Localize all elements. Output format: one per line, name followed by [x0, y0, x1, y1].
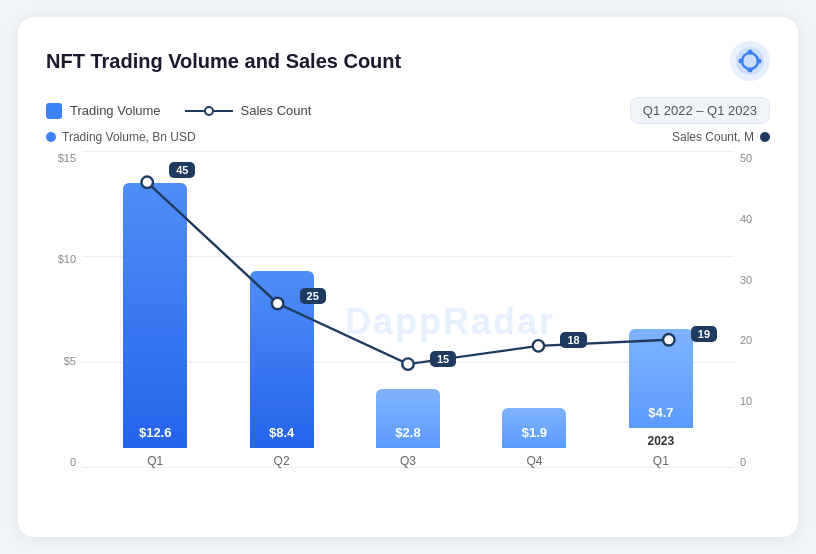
page-title: NFT Trading Volume and Sales Count [46, 50, 401, 73]
legend-trading-volume: Trading Volume [46, 103, 161, 119]
bar-q2-2022: $8.4 [250, 271, 314, 448]
bar-q1-2023: $4.7 [629, 329, 693, 428]
bars-container: $12.6 Q1 $8.4 Q2 $2.8 Q3 [82, 152, 734, 468]
svg-point-5 [739, 59, 744, 64]
y-axis-left: $15 $10 $5 0 [46, 152, 82, 492]
y-axis-left-label: Trading Volume, Bn USD [46, 130, 196, 144]
bar-q3-2022: $2.8 [376, 389, 440, 448]
y-axis-right: 50 40 30 20 10 0 [734, 152, 770, 492]
bar-group-q1-2023: $4.7 2023 Q1 [598, 152, 724, 468]
sales-count-line-icon [185, 106, 233, 116]
bar-group-q2-2022: $8.4 Q2 [218, 152, 344, 468]
bar-q1-2022: $12.6 [123, 183, 187, 448]
svg-point-6 [757, 59, 762, 64]
date-range-text: Q1 2022 – Q1 2023 [643, 103, 757, 118]
legend-left: Trading Volume Sales Count [46, 103, 311, 119]
y-axis-right-label: Sales Count, M [672, 130, 770, 144]
svg-point-3 [748, 50, 753, 55]
dot-dark-icon [760, 132, 770, 142]
legend-sales-count-label: Sales Count [241, 103, 312, 118]
bar-group-q3-2022: $2.8 Q3 [345, 152, 471, 468]
legend-sales-count: Sales Count [185, 103, 312, 118]
svg-point-4 [748, 68, 753, 73]
date-range-selector[interactable]: Q1 2022 – Q1 2023 [630, 97, 770, 124]
trading-volume-color-swatch [46, 103, 62, 119]
bar-q4-2022: $1.9 [502, 408, 566, 448]
bar-group-q1-2022: $12.6 Q1 [92, 152, 218, 468]
chart-card: NFT Trading Volume and Sales Count Tradi… [18, 17, 798, 537]
legend-trading-volume-label: Trading Volume [70, 103, 161, 118]
chart-area: $15 $10 $5 0 DappRadar $12.6 [46, 152, 770, 492]
dappradar-logo-icon [730, 41, 770, 81]
axis-labels-row: Trading Volume, Bn USD Sales Count, M [46, 130, 770, 144]
chart-inner: DappRadar $12.6 Q1 $8.4 Q2 [82, 152, 734, 492]
dot-blue-icon [46, 132, 56, 142]
legend-row: Trading Volume Sales Count Q1 2022 – Q1 … [46, 97, 770, 124]
bar-group-q4-2022: $1.9 Q4 [471, 152, 597, 468]
card-header: NFT Trading Volume and Sales Count [46, 41, 770, 81]
